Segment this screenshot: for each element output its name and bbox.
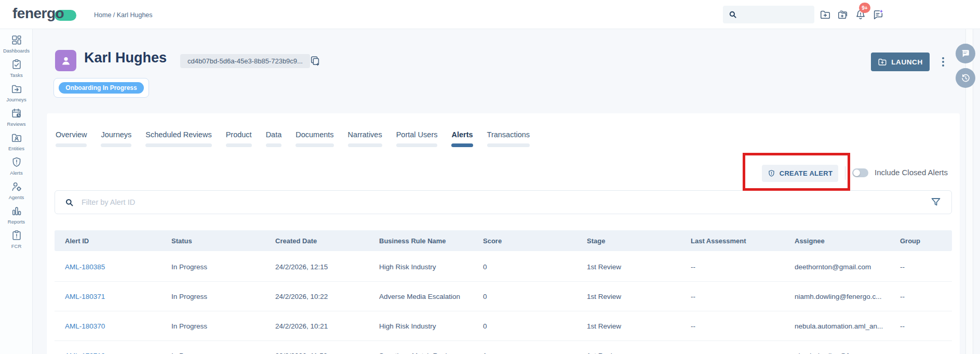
history-clock-icon <box>961 73 971 83</box>
cell-created-date: 24/2/2026, 12:15 <box>275 263 379 271</box>
dashboards-grid-icon <box>11 34 22 46</box>
include-closed-alerts-label: Include Closed Alerts <box>875 168 948 177</box>
cell-group: -- <box>900 263 952 271</box>
alert-id-link[interactable]: AML-180385 <box>65 263 171 271</box>
more-options-button[interactable] <box>938 54 948 70</box>
agents-person-gear-icon <box>11 181 22 192</box>
alerts-table: Alert ID Status Created Date Business Ru… <box>55 230 952 354</box>
create-alert-button[interactable]: CREATE ALERT <box>762 165 838 182</box>
cell-business-rule: High Risk Industry <box>379 263 483 271</box>
tasks-clipboard-icon <box>11 59 22 70</box>
alert-id-link[interactable]: AML-180371 <box>65 293 171 300</box>
sidebar-item-fcr[interactable]: FCR <box>0 230 33 249</box>
col-last-assessment: Last Assessment <box>691 237 795 245</box>
folders-plus-icon[interactable] <box>837 9 849 20</box>
alerts-card: Overview Journeys Scheduled Reviews Prod… <box>47 113 960 354</box>
sidebar-item-reviews[interactable]: Reviews <box>0 108 33 127</box>
cell-score: 0 <box>483 322 587 330</box>
table-row-clipped: AML-170710 In Progress 23/2/2026, 11:52 … <box>55 341 952 354</box>
history-fab-button[interactable] <box>956 68 975 88</box>
sidebar-item-tasks[interactable]: Tasks <box>0 59 33 78</box>
cell-stage: 1st Review <box>587 293 691 300</box>
sidebar-label: Agents <box>9 194 24 200</box>
tab-bar: Overview Journeys Scheduled Reviews Prod… <box>56 130 530 147</box>
chat-sparkle-icon[interactable] <box>872 9 884 20</box>
folder-plus-icon[interactable] <box>820 9 831 20</box>
sidebar-nav: Dashboards Tasks Journeys Reviews Entiti… <box>0 29 33 354</box>
cell-last-assessment: -- <box>691 352 795 354</box>
logo-text: fenergo <box>12 5 64 21</box>
tab-scheduled-reviews[interactable]: Scheduled Reviews <box>145 130 211 147</box>
sidebar-item-dashboards[interactable]: Dashboards <box>0 34 33 54</box>
cell-created-date: 24/2/2026, 10:21 <box>275 322 379 330</box>
chat-fab-button[interactable] <box>956 44 975 63</box>
cell-assignee: niamh.dowling@fenergo.c... <box>795 293 900 300</box>
cell-last-assessment: -- <box>691 322 795 330</box>
reports-bars-icon <box>11 205 22 217</box>
tab-overview[interactable]: Overview <box>56 130 87 147</box>
tab-portal-users[interactable]: Portal Users <box>396 130 438 147</box>
cell-status: In Progress <box>171 293 275 300</box>
tab-transactions[interactable]: Transactions <box>487 130 530 147</box>
sidebar-label: Alerts <box>10 170 22 176</box>
top-bar: fenergo Home / Karl Hughes 9+ <box>0 0 980 29</box>
cell-score: 0 <box>483 263 587 271</box>
cell-score: 0 <box>483 293 587 300</box>
page-title: Karl Hughes <box>84 50 167 66</box>
cell-score: 1 <box>483 352 587 354</box>
tab-narratives[interactable]: Narratives <box>348 130 382 147</box>
launch-button[interactable]: LAUNCH <box>871 53 930 71</box>
avatar <box>55 50 76 71</box>
table-row: AML-180370 In Progress 24/2/2026, 10:21 … <box>55 311 952 341</box>
alert-id-link[interactable]: AML-170710 <box>65 352 171 354</box>
sidebar-item-journeys[interactable]: Journeys <box>0 83 33 102</box>
col-created-date: Created Date <box>275 237 379 245</box>
shield-icon <box>768 169 775 177</box>
breadcrumb[interactable]: Home / Karl Hughes <box>94 11 153 19</box>
include-closed-alerts-toggle[interactable] <box>852 168 868 177</box>
notification-count-badge: 9+ <box>859 3 870 13</box>
cell-business-rule: Sanctions Match Review <box>379 352 483 354</box>
cell-stage: 1st Review <box>587 263 691 271</box>
table-row: AML-180371 In Progress 24/2/2026, 10:22 … <box>55 282 952 311</box>
alert-filter-box <box>55 190 952 214</box>
global-search-input[interactable] <box>741 11 808 19</box>
alert-id-link[interactable]: AML-180370 <box>65 322 171 330</box>
journeys-folder-arrow-icon <box>11 83 22 95</box>
sidebar-item-alerts[interactable]: Alerts <box>0 156 33 176</box>
tab-journeys[interactable]: Journeys <box>101 130 131 147</box>
cell-assignee: nebula.automation.aml_an... <box>795 322 900 330</box>
sidebar-item-reports[interactable]: Reports <box>0 205 33 225</box>
col-business-rule-name: Business Rule Name <box>379 237 483 245</box>
status-badge: Onboarding In Progress <box>59 82 143 94</box>
global-search[interactable] <box>723 6 814 23</box>
cell-created-date: 24/2/2026, 10:22 <box>275 293 379 300</box>
tab-product[interactable]: Product <box>226 130 252 147</box>
reviews-calendar-clock-icon <box>11 108 22 119</box>
search-icon <box>64 198 74 207</box>
tab-data[interactable]: Data <box>266 130 282 147</box>
cell-business-rule: Adverse Media Escalation <box>379 293 483 300</box>
launch-label: LAUNCH <box>891 58 923 66</box>
cell-group: -- <box>900 322 952 330</box>
tab-alerts[interactable]: Alerts <box>451 130 473 147</box>
copy-icon[interactable] <box>310 55 321 67</box>
person-icon <box>60 55 72 67</box>
sidebar-label: Journeys <box>6 97 26 102</box>
entity-id-pill: cd4b07bd-5d6a-45e3-8b85-723b9c9... <box>180 54 310 68</box>
sidebar-item-entities[interactable]: Entities <box>0 132 33 151</box>
cell-status: In Progress <box>171 352 275 354</box>
col-stage: Stage <box>587 237 691 245</box>
cell-created-date: 23/2/2026, 11:52 <box>275 352 379 354</box>
filter-funnel-icon[interactable] <box>930 196 942 208</box>
fenergo-logo: fenergo <box>12 5 64 22</box>
table-row: AML-180385 In Progress 24/2/2026, 12:15 … <box>55 252 952 282</box>
filter-alert-id-input[interactable] <box>82 198 930 206</box>
sidebar-item-agents[interactable]: Agents <box>0 181 33 200</box>
tab-documents[interactable]: Documents <box>296 130 333 147</box>
col-assignee: Assignee <box>795 237 900 245</box>
entities-folder-person-icon <box>11 132 22 143</box>
toggle-knob <box>853 169 860 176</box>
toolbar-divider <box>845 166 845 180</box>
sidebar-label: Reports <box>8 219 25 225</box>
